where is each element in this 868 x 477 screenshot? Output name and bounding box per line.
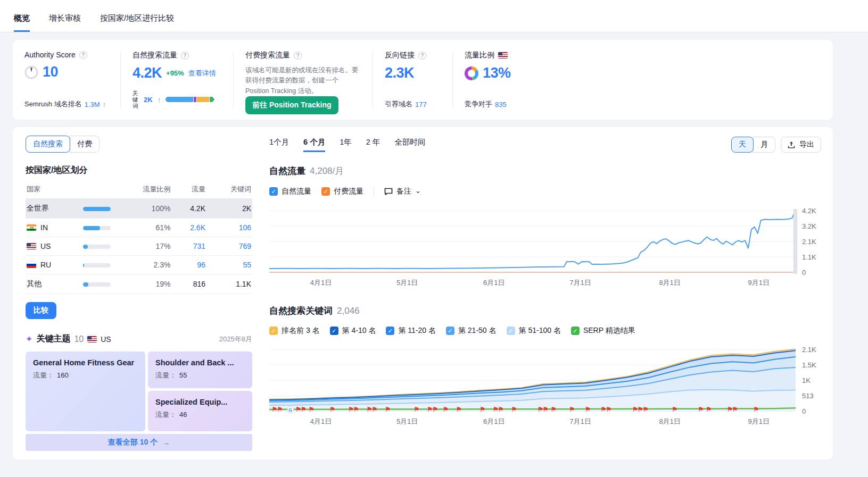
google-update-flag-icon[interactable]: ⚑ bbox=[480, 406, 485, 413]
range-tab-0[interactable]: 1个月 bbox=[269, 137, 289, 152]
table-row[interactable]: IN61%2.6K106 bbox=[26, 219, 252, 237]
checkbox-icon[interactable]: ✓ bbox=[571, 327, 580, 335]
share-percent: 100% bbox=[112, 199, 171, 219]
keywords-chart-plot[interactable]: ⚑⚑⚑⚑⚑⚑⚑⚑⚑⚑⚑⚑⚑⚑⚑⚑⚑⚑⚑⚑⚑⚑⚑⚑⚑⚑⚑⚑⚑⚑⚑⚑⚑⚑⚑⚑G bbox=[269, 344, 796, 413]
legend-item-3[interactable]: ✓第 21-50 名 bbox=[446, 326, 497, 336]
domain-rank-link[interactable]: 1.3M bbox=[85, 101, 100, 108]
upload-icon bbox=[788, 141, 795, 149]
compare-button[interactable]: 比较 bbox=[26, 302, 56, 319]
keywords-value[interactable]: 769 bbox=[206, 237, 252, 256]
toggle-organic[interactable]: 自然搜索 bbox=[26, 136, 70, 153]
legend-label: 第 4-10 名 bbox=[342, 326, 376, 336]
google-update-flag-icon[interactable]: ⚑ bbox=[414, 406, 420, 413]
google-update-flag-icon[interactable]: ⚑ bbox=[277, 406, 283, 413]
keywords-value[interactable]: 106 bbox=[206, 219, 252, 237]
google-update-flag-icon[interactable]: ⚑ bbox=[498, 406, 504, 413]
keywords-count[interactable]: 2K bbox=[144, 96, 153, 104]
traffic-value: 4.2K bbox=[171, 199, 206, 219]
traffic-value[interactable]: 731 bbox=[171, 237, 206, 256]
table-row[interactable]: RU2.3%9655 bbox=[26, 256, 252, 274]
country-name: RU bbox=[27, 261, 78, 269]
metric-backlinks: 反向链接? 2.3K 引荐域名177 bbox=[373, 51, 452, 109]
info-icon[interactable]: ? bbox=[79, 51, 87, 59]
google-update-flag-icon[interactable]: ⚑ bbox=[732, 406, 738, 413]
checkbox-icon[interactable]: ✓ bbox=[446, 327, 454, 335]
traffic-value[interactable]: 96 bbox=[171, 256, 206, 274]
traffic-value[interactable]: 2.6K bbox=[171, 219, 206, 237]
google-update-flag-icon[interactable]: ⚑ bbox=[443, 406, 449, 413]
nav-tab-0[interactable]: 概览 bbox=[14, 13, 30, 32]
granularity-month[interactable]: 月 bbox=[753, 137, 775, 153]
google-update-flag-icon[interactable]: ⚑ bbox=[585, 406, 591, 413]
table-row[interactable]: 全世界100%4.2K2K bbox=[26, 199, 252, 219]
info-icon[interactable]: ? bbox=[181, 52, 189, 60]
chart-subtitle: 2,046 bbox=[337, 306, 360, 316]
legend-item-2[interactable]: ✓第 11-20 名 bbox=[386, 326, 436, 336]
share-percent: 2.3% bbox=[112, 256, 171, 274]
legend-item-4[interactable]: ✓第 51-100 名 bbox=[507, 326, 561, 336]
checkbox-icon[interactable]: ✓ bbox=[330, 327, 338, 335]
view-details-link[interactable]: 查看详情 bbox=[188, 69, 216, 78]
position-tracking-button[interactable]: 前往 Position Tracking bbox=[245, 96, 338, 114]
google-update-flag-icon[interactable]: ⚑ bbox=[301, 406, 307, 413]
organic-traffic-value: 4.2K bbox=[133, 65, 162, 81]
info-icon[interactable]: ? bbox=[418, 52, 426, 60]
granularity-day[interactable]: 天 bbox=[731, 137, 754, 153]
checkbox-icon[interactable]: ✓ bbox=[507, 327, 515, 335]
range-tab-2[interactable]: 1年 bbox=[340, 137, 352, 152]
range-tab-4[interactable]: 全部时间 bbox=[394, 137, 425, 152]
toggle-paid[interactable]: 付费 bbox=[70, 136, 100, 153]
legend-item-1[interactable]: ✓第 4-10 名 bbox=[330, 326, 376, 336]
google-update-flag-icon[interactable]: ⚑ bbox=[353, 406, 359, 413]
google-update-flag-icon[interactable]: ⚑ bbox=[385, 406, 391, 413]
divider bbox=[374, 186, 374, 197]
google-update-flag-icon[interactable]: ⚑ bbox=[371, 406, 377, 413]
ref-domains-link[interactable]: 177 bbox=[415, 101, 427, 108]
x-axis-label: 7月1日 bbox=[569, 417, 591, 426]
google-update-flag-icon[interactable]: ⚑ bbox=[698, 406, 704, 413]
google-update-flag-icon[interactable]: ⚑ bbox=[606, 406, 612, 413]
topic-card[interactable]: General Home Fitness Gear 流量：160 bbox=[26, 352, 145, 431]
google-update-flag-icon[interactable]: ⚑ bbox=[569, 406, 575, 413]
notes-dropdown[interactable]: 备注 ⌄ bbox=[384, 187, 421, 196]
y-axis-label: 0 bbox=[802, 407, 806, 415]
google-update-flag-icon[interactable]: ⚑ bbox=[753, 406, 759, 413]
google-update-flag-icon[interactable]: ⚑ bbox=[551, 406, 557, 413]
legend-item-0[interactable]: ✓自然流量 bbox=[269, 187, 311, 196]
legend-label: 第 51-100 名 bbox=[519, 326, 561, 336]
countries-section-title: 按国家/地区划分 bbox=[26, 165, 252, 176]
google-icon[interactable]: G bbox=[287, 406, 294, 413]
google-update-flag-icon[interactable]: ⚑ bbox=[329, 406, 335, 413]
checkbox-icon[interactable]: ✓ bbox=[386, 327, 394, 335]
google-update-flag-icon[interactable]: ⚑ bbox=[511, 406, 517, 413]
table-row[interactable]: US17%731769 bbox=[26, 237, 252, 256]
checkbox-icon[interactable]: ✓ bbox=[269, 187, 278, 196]
range-tab-1[interactable]: 6 个月 bbox=[303, 137, 325, 152]
checkbox-icon[interactable]: ✓ bbox=[269, 327, 278, 335]
legend-item-1[interactable]: ✓付费流量 bbox=[321, 187, 363, 196]
competitors-link[interactable]: 835 bbox=[495, 101, 507, 108]
range-tab-3[interactable]: 2 年 bbox=[366, 137, 381, 152]
google-update-flag-icon[interactable]: ⚑ bbox=[432, 406, 438, 413]
traffic-chart-plot[interactable] bbox=[269, 205, 796, 274]
google-update-flag-icon[interactable]: ⚑ bbox=[543, 406, 549, 413]
country-name: 其他 bbox=[27, 279, 78, 289]
google-update-flag-icon[interactable]: ⚑ bbox=[643, 406, 649, 413]
table-row[interactable]: 其他19%8161.1K bbox=[26, 274, 252, 294]
keywords-value[interactable]: 55 bbox=[206, 256, 252, 274]
export-button[interactable]: 导出 bbox=[781, 137, 821, 153]
info-icon[interactable]: ? bbox=[294, 52, 302, 60]
view-all-topics-button[interactable]: 查看全部 10 个 → bbox=[26, 434, 252, 451]
legend-item-5[interactable]: ✓SERP 精选结果 bbox=[571, 326, 635, 336]
google-update-flag-icon[interactable]: ⚑ bbox=[456, 406, 462, 413]
checkbox-icon[interactable]: ✓ bbox=[321, 187, 330, 196]
metric-label: 自然搜索流量 bbox=[133, 51, 177, 60]
nav-tab-2[interactable]: 按国家/地区进行比较 bbox=[100, 13, 174, 32]
nav-tab-1[interactable]: 增长审核 bbox=[49, 13, 81, 32]
google-update-flag-icon[interactable]: ⚑ bbox=[309, 406, 315, 413]
google-update-flag-icon[interactable]: ⚑ bbox=[706, 406, 712, 413]
topic-card[interactable]: Shoulder and Back ... 流量：55 bbox=[148, 352, 252, 388]
topic-card[interactable]: Specialized Equip... 流量：46 bbox=[148, 391, 252, 431]
google-update-flag-icon[interactable]: ⚑ bbox=[672, 406, 677, 413]
legend-item-0[interactable]: ✓排名前 3 名 bbox=[269, 326, 320, 336]
